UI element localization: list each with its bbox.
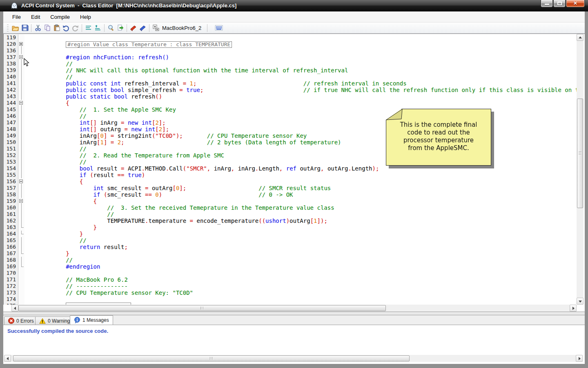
code-line-136[interactable]: 136 [4,47,577,54]
code-line-142[interactable]: 142 public const bool simple_refresh = t… [4,87,577,93]
code-line-173[interactable]: 173 // CPU Temperature sensor Key: "TC0D… [4,289,577,296]
fold-margin [18,80,24,87]
toolbar-grip[interactable] [7,24,9,31]
line-number: 151 [4,146,18,152]
menu-compile[interactable]: Compile [47,12,74,22]
horizontal-scroll-thumb[interactable] [13,355,410,361]
vertical-scroll-thumb[interactable] [577,99,583,208]
book-blue-button[interactable] [138,23,147,33]
close-button[interactable]: ✕ [566,0,585,7]
code-line-170[interactable]: 170 [4,270,577,276]
code-line-160[interactable]: 160 // 3. Set the received Temeprature i… [4,204,577,211]
code-line-138[interactable]: 138 // [4,61,577,67]
code-line-169[interactable]: 169 #endregion [4,263,577,270]
window-title: ACPI Control System - Class Editor [M:\N… [21,2,236,9]
redo-button[interactable] [71,23,80,33]
tab-messages[interactable]: 1 Messages [70,315,113,325]
code-line-161[interactable]: 161 // [4,211,577,218]
code-line-164[interactable]: 164 } [4,231,577,237]
menu-file[interactable]: File [9,12,24,22]
code-line-165[interactable]: 165 // [4,237,577,244]
title-bar[interactable]: ACPI Control System - Class Editor [M:\N… [0,0,588,11]
panel-splitter[interactable] [3,312,585,315]
code-line-144[interactable]: 144 { [4,100,577,106]
code-line-166[interactable]: 166 return result; [4,244,577,250]
book-red-icon [129,24,137,32]
code-line-163[interactable]: 163 } [4,224,577,231]
arrow-right-icon [572,307,575,310]
code-line-168[interactable]: 168 // [4,257,577,263]
align-lines-button[interactable] [84,23,93,33]
code-line-171[interactable]: 171 // MacBook Pro 6.2 [4,276,577,283]
indent-lines-button[interactable] [93,23,102,33]
editor-horizontal-scrollbar[interactable] [11,305,577,312]
menu-help[interactable]: Help [76,12,95,22]
menu-edit[interactable]: Edit [27,12,44,22]
search-button[interactable] [106,23,116,33]
line-number: 170 [4,270,18,276]
code-line-141[interactable]: 141 public const int refresh_interval = … [4,80,577,87]
fold-margin [18,257,24,263]
export-icon [117,24,124,31]
scroll-left-button[interactable] [4,355,11,362]
line-number: 172 [4,283,18,289]
code-line-157[interactable]: 157 int smc_result = outArg[0]; // SMCR … [4,185,577,191]
minimize-button[interactable] [541,0,553,7]
cut-button[interactable] [33,23,42,33]
copy-button[interactable] [42,23,52,33]
scroll-right-button[interactable] [576,355,583,362]
open-button[interactable] [11,23,20,33]
fold-margin [18,67,24,74]
tree-expand-button[interactable] [151,23,160,33]
scroll-right-button[interactable] [570,305,577,312]
fold-margin [18,106,24,113]
code-line-172[interactable]: 172 // --------------- [4,283,577,289]
line-number: 160 [4,204,18,211]
line-number: 139 [4,67,18,74]
panel-horizontal-scrollbar[interactable] [4,355,583,362]
horizontal-scroll-thumb[interactable] [18,305,386,311]
paste-button[interactable] [52,23,61,33]
code-text: } [24,224,97,231]
code-text: if (result == true) [24,172,145,178]
code-line-120[interactable]: 120 #region Value class Temperature : cl… [4,41,577,47]
fold-margin [18,47,24,54]
scroll-down-button[interactable] [577,298,584,305]
code-line-154[interactable]: 154 bool result = ACPI.METHOD.Call("SMCR… [4,165,577,172]
export-button[interactable] [116,23,125,33]
editor-vertical-scrollbar[interactable] [577,34,584,305]
fold-margin [18,218,24,224]
fold-collapse-icon[interactable] [18,198,24,204]
code-line-139[interactable]: 139 // NHC will call this optional funct… [4,67,577,74]
fold-margin [18,237,24,244]
code-editor[interactable]: 119120 #region Value class Temperature :… [3,34,585,305]
fold-collapse-icon[interactable] [18,100,24,106]
code-text: if (smc_result == 0) // 0 -> OK [24,191,293,198]
book-red-button[interactable] [129,23,138,33]
undo-button[interactable] [61,23,71,33]
maximize-button[interactable] [553,0,566,7]
code-line-167[interactable]: 167 } [4,250,577,257]
code-line-140[interactable]: 140 // [4,74,577,80]
code-line-137[interactable]: 137 #region nhcFunction: refresh() [4,54,577,61]
collapsed-region-box[interactable]: #region Value class Temperature : class … [66,41,232,48]
tab-errors[interactable]: 0 Errors [4,316,38,325]
code-line-155[interactable]: 155 if (result == true) [4,172,577,178]
code-line-174[interactable]: 174 [4,296,577,303]
fold-expand-icon[interactable] [18,41,24,47]
code-line-143[interactable]: 143 public static bool refresh() [4,93,577,100]
keyboard-button[interactable] [214,23,223,33]
code-line-119[interactable]: 119 [4,34,577,41]
code-line-162[interactable]: 162 TEMPERATURE.temperature = encode_tem… [4,218,577,224]
toolbar-separator [104,24,105,32]
fold-collapse-icon[interactable] [18,178,24,185]
code-line-156[interactable]: 156 { [4,178,577,185]
code-text: { [24,100,69,106]
code-text: int[] inArg = new int[2]; [24,119,166,126]
scroll-left-button[interactable] [11,305,18,312]
code-line-158[interactable]: 158 if (smc_result == 0) // 0 -> OK [4,191,577,198]
scroll-up-button[interactable] [577,34,584,41]
code-line-159[interactable]: 159 { [4,198,577,204]
save-button[interactable] [20,23,29,33]
fold-margin [18,231,24,237]
